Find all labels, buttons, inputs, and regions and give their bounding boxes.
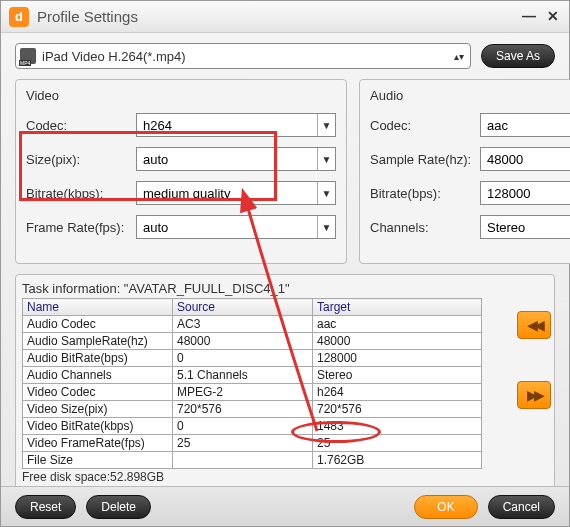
- video-heading: Video: [26, 88, 336, 103]
- video-panel: Video Codec: ▼ Size(pix): ▼ Bitrate(kbps…: [15, 79, 347, 264]
- table-header-row: Name Source Target: [23, 299, 482, 316]
- video-bitrate-input[interactable]: [137, 182, 317, 204]
- titlebar: d Profile Settings — ✕: [1, 1, 569, 33]
- profile-label: iPad Video H.264(*.mp4): [42, 49, 452, 64]
- audio-channels-input[interactable]: [481, 216, 570, 238]
- next-button[interactable]: ▶▶: [517, 381, 551, 409]
- cell-source: 720*576: [173, 401, 313, 418]
- save-as-button[interactable]: Save As: [481, 44, 555, 68]
- cell-name: Audio SampleRate(hz): [23, 333, 173, 350]
- audio-channels-label: Channels:: [370, 220, 480, 235]
- cell-source: MPEG-2: [173, 384, 313, 401]
- video-codec-input[interactable]: [137, 114, 317, 136]
- cell-target: 1483: [313, 418, 482, 435]
- chevron-down-icon[interactable]: ▼: [317, 182, 335, 204]
- video-bitrate-select[interactable]: ▼: [136, 181, 336, 205]
- cell-source: [173, 452, 313, 469]
- cell-name: Video BitRate(kbps): [23, 418, 173, 435]
- table-row: Audio SampleRate(hz)4800048000: [23, 333, 482, 350]
- delete-button[interactable]: Delete: [86, 495, 151, 519]
- cell-source: 25: [173, 435, 313, 452]
- audio-samplerate-select[interactable]: ▼: [480, 147, 570, 171]
- reset-button[interactable]: Reset: [15, 495, 76, 519]
- cell-target: 48000: [313, 333, 482, 350]
- audio-samplerate-label: Sample Rate(hz):: [370, 152, 480, 167]
- cell-source: AC3: [173, 316, 313, 333]
- free-disk-space: Free disk space:52.898GB: [22, 470, 548, 484]
- bottom-toolbar: Reset Delete OK Cancel: [1, 486, 569, 526]
- cell-name: Audio BitRate(bps): [23, 350, 173, 367]
- audio-panel: Audio Codec: ▼ Sample Rate(hz): ▼ Bitrat…: [359, 79, 570, 264]
- audio-codec-label: Codec:: [370, 118, 480, 133]
- chevron-updown-icon[interactable]: ▴▾: [452, 51, 466, 62]
- table-row: Video Size(pix)720*576720*576: [23, 401, 482, 418]
- col-target: Target: [313, 299, 482, 316]
- ok-button[interactable]: OK: [414, 495, 477, 519]
- cell-target: aac: [313, 316, 482, 333]
- video-size-input[interactable]: [137, 148, 317, 170]
- cell-source: 0: [173, 418, 313, 435]
- cell-target: 25: [313, 435, 482, 452]
- cell-source: 5.1 Channels: [173, 367, 313, 384]
- table-row: Audio CodecAC3aac: [23, 316, 482, 333]
- cell-target: Stereo: [313, 367, 482, 384]
- cell-target: 720*576: [313, 401, 482, 418]
- chevron-down-icon[interactable]: ▼: [317, 148, 335, 170]
- table-row: Video FrameRate(fps)2525: [23, 435, 482, 452]
- table-row: Audio Channels5.1 ChannelsStereo: [23, 367, 482, 384]
- table-row: Audio BitRate(bps)0128000: [23, 350, 482, 367]
- audio-heading: Audio: [370, 88, 570, 103]
- col-name: Name: [23, 299, 173, 316]
- cell-name: Video Codec: [23, 384, 173, 401]
- table-row: Video CodecMPEG-2h264: [23, 384, 482, 401]
- prev-button[interactable]: ◀◀: [517, 311, 551, 339]
- cell-source: 0: [173, 350, 313, 367]
- close-icon[interactable]: ✕: [545, 9, 561, 25]
- cell-name: Audio Codec: [23, 316, 173, 333]
- profile-dropdown[interactable]: iPad Video H.264(*.mp4) ▴▾: [15, 43, 471, 69]
- window-title: Profile Settings: [37, 8, 513, 25]
- col-source: Source: [173, 299, 313, 316]
- cell-name: Video FrameRate(fps): [23, 435, 173, 452]
- cell-target: 128000: [313, 350, 482, 367]
- audio-codec-select[interactable]: ▼: [480, 113, 570, 137]
- task-info-panel: Task information: "AVATAR_FUULL_DISC4_1"…: [15, 274, 555, 491]
- table-row: File Size1.762GB: [23, 452, 482, 469]
- audio-bitrate-input[interactable]: [481, 182, 570, 204]
- app-logo-icon: d: [9, 7, 29, 27]
- task-table: Name Source Target Audio CodecAC3aacAudi…: [22, 298, 482, 469]
- audio-samplerate-input[interactable]: [481, 148, 570, 170]
- video-size-select[interactable]: ▼: [136, 147, 336, 171]
- table-row: Video BitRate(kbps)01483: [23, 418, 482, 435]
- cell-name: Audio Channels: [23, 367, 173, 384]
- video-framerate-select[interactable]: ▼: [136, 215, 336, 239]
- format-icon: [20, 48, 36, 64]
- audio-bitrate-select[interactable]: ▼: [480, 181, 570, 205]
- audio-bitrate-label: Bitrate(bps):: [370, 186, 480, 201]
- chevron-down-icon[interactable]: ▼: [317, 216, 335, 238]
- cancel-button[interactable]: Cancel: [488, 495, 555, 519]
- chevron-down-icon[interactable]: ▼: [317, 114, 335, 136]
- cell-name: File Size: [23, 452, 173, 469]
- video-size-label: Size(pix):: [26, 152, 136, 167]
- cell-target: 1.762GB: [313, 452, 482, 469]
- video-codec-label: Codec:: [26, 118, 136, 133]
- audio-codec-input[interactable]: [481, 114, 570, 136]
- task-title: Task information: "AVATAR_FUULL_DISC4_1": [22, 281, 548, 296]
- cell-target: h264: [313, 384, 482, 401]
- video-bitrate-label: Bitrate(kbps):: [26, 186, 136, 201]
- video-framerate-input[interactable]: [137, 216, 317, 238]
- cell-name: Video Size(pix): [23, 401, 173, 418]
- video-framerate-label: Frame Rate(fps):: [26, 220, 136, 235]
- profile-settings-window: d Profile Settings — ✕ iPad Video H.264(…: [0, 0, 570, 527]
- cell-source: 48000: [173, 333, 313, 350]
- audio-channels-select[interactable]: ▼: [480, 215, 570, 239]
- video-codec-select[interactable]: ▼: [136, 113, 336, 137]
- minimize-icon[interactable]: —: [521, 9, 537, 25]
